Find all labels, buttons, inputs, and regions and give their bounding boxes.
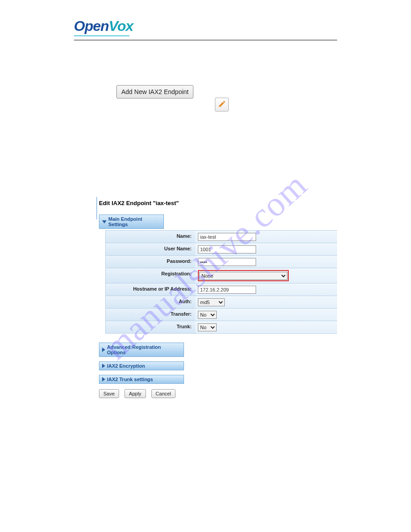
chevron-right-icon <box>102 364 105 368</box>
label-name: Name: <box>106 231 195 243</box>
pencil-icon <box>218 100 226 110</box>
section-iax2-encryption[interactable]: IAX2 Encryption <box>99 361 184 370</box>
section-label: Advanced:Registration Options <box>107 344 181 355</box>
label-trunk: Trunk: <box>106 321 195 333</box>
username-input[interactable] <box>198 245 256 253</box>
row-hostname: Hostname or IP Address: <box>106 283 337 296</box>
label-username: User Name: <box>106 243 195 255</box>
apply-button[interactable]: Apply <box>124 389 146 398</box>
name-input[interactable] <box>198 233 256 241</box>
cancel-button[interactable]: Cancel <box>151 389 176 398</box>
logo-vox: Vox <box>109 18 133 34</box>
chevron-down-icon <box>102 220 107 223</box>
hostname-input[interactable] <box>198 286 256 294</box>
label-transfer: Transfer: <box>106 309 195 321</box>
section-iax2-trunk-settings[interactable]: IAX2 Trunk settings <box>99 375 184 384</box>
logo: OpenVox <box>74 18 129 36</box>
form-buttons: Save Apply Cancel <box>99 389 337 398</box>
add-new-iax2-endpoint-button[interactable]: Add New IAX2 Endpoint <box>116 85 193 99</box>
registration-highlight: None <box>198 270 289 281</box>
row-trunk: Trunk: No <box>106 321 337 334</box>
chevron-right-icon <box>102 348 105 352</box>
row-transfer: Transfer: No <box>106 309 337 321</box>
row-auth: Auth: md5 <box>106 296 337 309</box>
save-button[interactable]: Save <box>99 389 119 398</box>
registration-select[interactable]: None <box>199 272 287 280</box>
trunk-select[interactable]: No <box>198 323 217 331</box>
add-endpoint-wrap: Add New IAX2 Endpoint <box>116 85 337 99</box>
row-password: Password: <box>106 256 337 268</box>
label-registration: Registration: <box>106 268 195 283</box>
row-username: User Name: <box>106 243 337 256</box>
label-hostname: Hostname or IP Address: <box>106 283 195 296</box>
form-title: Edit IAX2 Endpoint "iax-test" <box>99 197 337 206</box>
fields-table: Name: User Name: Password: Registration:… <box>105 230 337 334</box>
row-registration: Registration: None <box>106 268 337 283</box>
section-label: IAX2 Trunk settings <box>107 377 153 382</box>
chevron-right-icon <box>102 377 105 382</box>
header-divider <box>74 40 337 40</box>
auth-select[interactable]: md5 <box>198 298 225 306</box>
form-left-bar <box>96 197 97 219</box>
password-input[interactable] <box>198 258 256 266</box>
edit-form-area: Edit IAX2 Endpoint "iax-test" Main Endpo… <box>74 197 337 398</box>
edit-pencil-button[interactable] <box>215 98 229 112</box>
label-auth: Auth: <box>106 296 195 308</box>
logo-open: Open <box>74 18 109 34</box>
section-main-endpoint-settings[interactable]: Main Endpoint Settings <box>99 215 164 229</box>
label-password: Password: <box>106 256 195 268</box>
row-name: Name: <box>106 231 337 243</box>
document-page: OpenVox Add New IAX2 Endpoint Edit IAX2 … <box>74 18 337 99</box>
transfer-select[interactable]: No <box>198 311 217 319</box>
section-label: IAX2 Encryption <box>107 363 145 369</box>
section-label: Main Endpoint Settings <box>108 216 161 227</box>
section-advanced-registration-options[interactable]: Advanced:Registration Options <box>99 343 184 357</box>
